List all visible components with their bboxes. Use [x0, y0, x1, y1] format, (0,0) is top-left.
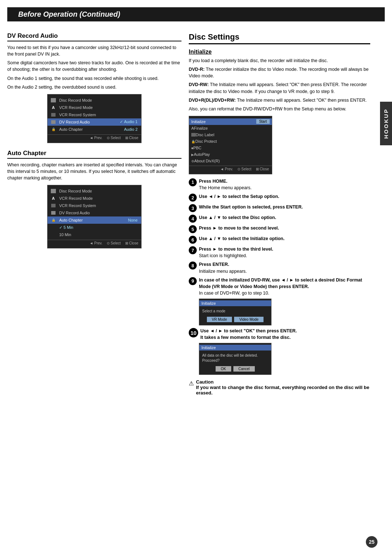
dv-para-3: On the Audio 1 setting, the sound that w… [7, 75, 181, 82]
init-para-4: DVD+R(DL)/DVD+RW: The Initialize menu wi… [189, 97, 370, 104]
step-number-6: 6 [189, 236, 197, 244]
dv-record-audio-section: DV Record Audio You need to set this if … [7, 32, 181, 143]
dialog-title-2: Initialize [199, 345, 271, 351]
menu-bottom-bar: ◄ Prev. ⊙ Select ⊠ Close [189, 166, 272, 172]
step-number-2: 2 [189, 194, 197, 202]
step-number-5: 5 [189, 225, 197, 233]
step-5: 5 Press ► to move to the second level. [189, 225, 370, 233]
dialog-buttons-2: OK Cancel [199, 365, 271, 373]
hookup-side-tab: HOOKUP [380, 102, 392, 145]
menu-row-divx: ⚙ About DivX(R) [189, 158, 272, 164]
step-8: 8 Press ENTER. Initialize menu appears. [189, 261, 370, 274]
dv-icon [50, 119, 57, 125]
menu-row-autoplay: ▶ AutoPlay [189, 151, 272, 158]
step-9-bold: In case of the initialized DVD-RW, use ◄… [199, 278, 362, 289]
init-para-3: DVD-RW: The Initialize menu will appears… [189, 81, 370, 94]
menu-row: 🔒 Auto Chapter Audio 2 [48, 126, 141, 133]
step-10: 10 Use ◄ / ► to select "OK" then press E… [189, 328, 370, 341]
step-8-bold: Press ENTER. [199, 262, 229, 267]
auto-chapter-section: Auto Chapter When recording, chapter mar… [7, 150, 181, 248]
video-mode-button[interactable]: Video Mode [234, 317, 264, 322]
cancel-button[interactable]: Cancel [233, 366, 255, 372]
step-1-bold: Press HOME. [199, 179, 228, 184]
none-icon [50, 224, 57, 230]
dv-para-2: Some digital camcorders have two stereo … [7, 60, 181, 73]
disc-settings-menu: Initialize Start A Finalize Disc Label 🔒… [189, 116, 272, 174]
menu-row: VCR Record System [48, 111, 141, 118]
left-column: DV Record Audio You need to set this if … [7, 26, 181, 396]
step-1: 1 Press HOME. The Home menu appears. [189, 178, 370, 191]
init-para-1: If you load a completely blank disc, the… [189, 57, 370, 64]
init-para-5: Also, you can reformat the DVD-RW/DVD+RW… [189, 106, 370, 112]
menu-bottom-bar: ◄ Prev. ⊙ Select ⊠ Close [48, 134, 141, 141]
dv-record-menu: Disc Record Mode A VCR Record Mode VCR R… [47, 94, 142, 143]
vcr-sys-icon [50, 112, 57, 118]
dialog-buttons-1: VR Mode Video Mode [199, 315, 271, 324]
step-number-10: 10 [189, 328, 198, 337]
init-dialog-1: Initialize Select a mode VR Mode Video M… [199, 299, 271, 325]
divx-icon: ⚙ [191, 159, 194, 163]
chapter-icon: 🔒 [50, 217, 57, 223]
menu-row-initialize: Initialize Start [189, 118, 272, 125]
menu-row-disc-label: Disc Label [189, 131, 272, 138]
page-number: 25 [366, 536, 377, 548]
menu-row: DV Record Audio [48, 209, 141, 216]
menu-row-highlighted: 🔒 Auto Chapter None [48, 216, 141, 224]
step-2-bold: Use ◄ / ► to select the Setup option. [199, 194, 279, 199]
menu-row-highlighted: DV Record Audio ✓ Audio 1 [48, 118, 141, 126]
step-number-7: 7 [189, 246, 197, 254]
step-9: 9 In case of the initialized DVD-RW, use… [189, 277, 370, 296]
a-icon: A [191, 126, 194, 130]
dv-para-4: On the Audio 2 setting, the overdubbed s… [7, 84, 181, 90]
dialog-title-1: Initialize [199, 300, 271, 306]
right-column: Disc Settings Initialize If you load a c… [189, 26, 385, 396]
step-number-9: 9 [189, 277, 197, 285]
menu-bottom-bar: ◄ Prev. ⊙ Select ⊠ Close [48, 240, 141, 246]
step-number-3: 3 [189, 204, 197, 212]
initialize-title: Initialize [189, 49, 370, 55]
step-3: 3 While the Start option is selected, pr… [189, 204, 370, 212]
page-header: Before Operation (Continued) [7, 7, 385, 21]
autoplay-icon: ▶ [191, 152, 194, 157]
vcr-icon: A [50, 105, 57, 110]
caution-box: ⚠ Caution If you want to change the disc… [189, 379, 370, 396]
step-8-normal: Initialize menu appears. [199, 269, 247, 274]
step-2: 2 Use ◄ / ► to select the Setup option. [189, 193, 370, 202]
steps-container: 1 Press HOME. The Home menu appears. 2 U… [189, 178, 370, 396]
dv-para-1: You need to set this if you have a camco… [7, 44, 181, 57]
step-3-bold: While the Start option is selected, pres… [199, 204, 303, 210]
step-6: 6 Use ▲ / ▼ to select the Initialize opt… [189, 235, 370, 244]
step-7: 7 Press ► to move to the third level. St… [189, 246, 370, 259]
page-title: Before Operation (Continued) [18, 10, 120, 18]
menu-row-disc-protect: 🔒 Disc Protect [189, 138, 272, 145]
menu-row: VCR Record System [48, 202, 141, 209]
caution-text: If you want to change the disc format, e… [196, 385, 369, 396]
disc-settings-section: Disc Settings Initialize If you load a c… [189, 32, 370, 174]
menu-row: Disc Record Mode [48, 187, 141, 195]
step-4: 4 Use ▲ / ▼ to select the Disc option. [189, 214, 370, 223]
disc-icon [50, 188, 57, 194]
dialog-body-1: Select a mode [199, 307, 271, 315]
auto-chapter-title: Auto Chapter [7, 150, 181, 159]
disc-icon [50, 97, 57, 103]
step-7-bold: Press ► to move to the third level. [199, 247, 273, 252]
menu-row-pbc: ■ PBC [189, 145, 272, 151]
step-1-normal: The Home menu appears. [199, 185, 252, 190]
step-4-bold: Use ▲ / ▼ to select the Disc option. [199, 215, 276, 220]
vr-mode-button[interactable]: VR Mode [207, 317, 232, 322]
menu-row: A VCR Record Mode [48, 195, 141, 202]
menu-row: ✓ 5 Min [48, 224, 141, 231]
dv-icon [50, 210, 57, 216]
step-number-1: 1 [189, 178, 197, 186]
vcr-sys-icon [50, 203, 57, 208]
disc-settings-title: Disc Settings [189, 32, 370, 44]
none-icon [50, 232, 57, 238]
step-6-bold: Use ▲ / ▼ to select the Initialize optio… [199, 236, 285, 241]
step-10-bold: Use ◄ / ► to select "OK" then press ENTE… [200, 328, 297, 340]
auto-chapter-menu: Disc Record Mode A VCR Record Mode VCR R… [47, 185, 142, 248]
ok-button[interactable]: OK [216, 366, 231, 372]
dv-record-audio-title: DV Record Audio [7, 32, 181, 41]
dialog-body-2: All data on the disc will be deleted.Pro… [199, 352, 271, 365]
chapter-icon: 🔒 [50, 126, 57, 132]
menu-row-finalize: A Finalize [189, 125, 272, 131]
